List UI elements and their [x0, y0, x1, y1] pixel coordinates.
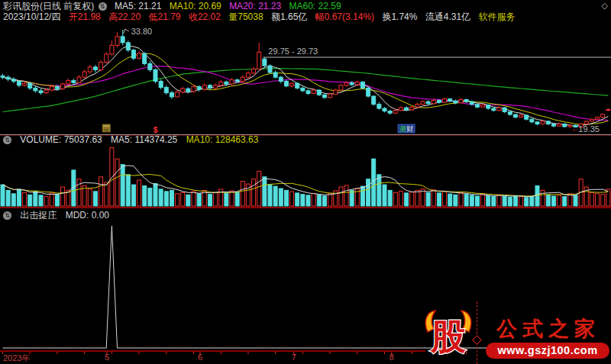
stock-title: 彩讯股份(日线 前复权): [3, 1, 94, 11]
corner-diamond-icon[interactable]: ◇: [602, 1, 608, 11]
panel-collapse-icon[interactable]: ⇅: [3, 211, 11, 220]
panel-divider-2[interactable]: [0, 207, 611, 208]
axis-year-label: 2023年: [3, 353, 30, 364]
ma10-line: [3, 53, 609, 124]
peak-annotation: 33.80: [131, 27, 153, 36]
quote-low: 低21.79: [149, 11, 181, 22]
price-chart[interactable]: 33.8029.75 - 29.73←19.35融$测财: [0, 22, 611, 134]
quote-turnover: 换1.74%: [382, 11, 417, 22]
volume-header: ⇅ VOLUME: 75037.63 MA5: 114374.25 MA10: …: [3, 135, 611, 145]
quote-amount: 额1.65亿: [271, 11, 307, 22]
quote-info-line: 2023/10/12/四 开21.98 高22.20 低21.79 收22.02…: [3, 11, 520, 22]
panel-collapse-icon[interactable]: ⇅: [3, 136, 11, 144]
low-annotation: 19.35: [578, 124, 600, 134]
ma10-label: MA10: 20.69: [170, 1, 221, 11]
quote-close: 收22.02: [189, 11, 221, 22]
bull-logo: 股: [423, 301, 474, 364]
price-panel[interactable]: 33.8029.75 - 29.73←19.35融$测财: [0, 22, 611, 134]
quote-volume: 量75038: [228, 11, 263, 22]
stock-chart-app: 彩讯股份(日线 前复权) ⇅ MA5: 21.21 MA10: 20.69 MA…: [0, 0, 611, 364]
indicator-value-label: MDD: 0.00: [66, 210, 109, 221]
quote-open: 开21.98: [69, 11, 101, 22]
chart-header: 彩讯股份(日线 前复权) ⇅ MA5: 21.21 MA10: 20.69 MA…: [0, 0, 611, 22]
volume-ma5-label: MA5: 114374.25: [111, 134, 177, 145]
quote-change: 幅0.67(3.14%): [315, 11, 374, 22]
watermark-diamond-icon: [472, 335, 482, 345]
site-watermark: 股 公式之家 www.gszj100.com: [423, 301, 609, 364]
logo-character: 股: [429, 316, 466, 357]
quote-float: 流通4.31亿: [425, 11, 470, 22]
axis-month-label: 7: [292, 353, 296, 362]
quote-industry: 软件服务: [478, 11, 515, 22]
axis-month-label: 6: [198, 353, 202, 362]
event-flag-news-label: 测财: [399, 125, 413, 133]
volume-bars-group: [1, 147, 610, 206]
volume-ma10-label: MA10: 128463.63: [186, 134, 259, 145]
axis-month-label: 5: [105, 353, 109, 362]
quote-high: 高22.20: [108, 11, 141, 22]
ma60-label: MA60: 22.59: [289, 1, 341, 11]
peak-pointer: [124, 29, 129, 34]
quote-date: 2023/10/12/四: [3, 11, 60, 22]
volume-panel[interactable]: [0, 145, 611, 207]
ma5-line: [3, 46, 609, 126]
watermark-separator: [477, 301, 477, 364]
ma5-label: MA5: 21.21: [115, 1, 161, 11]
panel-collapse-icon[interactable]: ⇅: [99, 2, 107, 11]
watermark-brand: 公式之家: [487, 315, 609, 343]
watermark-url: www.gszj100.com: [486, 343, 609, 359]
gap-annotation: 29.75 - 29.73: [268, 47, 318, 56]
indicator-title: 出击捉庄: [20, 210, 57, 221]
ma20-label: MA20: 21.23: [229, 1, 281, 11]
title-line: 彩讯股份(日线 前复权) ⇅ MA5: 21.21 MA10: 20.69 MA…: [3, 1, 347, 11]
volume-value-label: VOLUME: 75037.63: [20, 134, 102, 145]
event-flag-gold-label: 融: [103, 126, 109, 133]
indicator-header: ⇅ 出击捉庄 MDD: 0.00: [3, 211, 611, 221]
event-flag-dividend[interactable]: $: [154, 126, 158, 134]
volume-chart[interactable]: [0, 145, 611, 207]
axis-month-label: 8: [390, 353, 394, 362]
